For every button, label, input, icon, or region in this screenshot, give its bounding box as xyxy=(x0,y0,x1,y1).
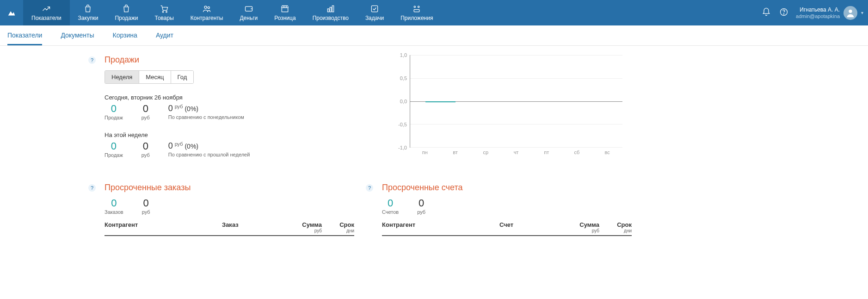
nav-tasks[interactable]: Задачи xyxy=(357,0,392,25)
compare-value: 0 xyxy=(168,141,173,150)
x-tick: пт xyxy=(531,150,562,157)
stat-label: руб xyxy=(142,115,150,120)
invoices-count: 0 Счетов xyxy=(382,198,399,215)
nav-apps[interactable]: Приложения xyxy=(392,0,441,25)
nav-label: Приложения xyxy=(400,15,433,21)
today-count: 0 Продаж xyxy=(105,104,123,120)
col-sum: Сумма руб xyxy=(289,221,322,233)
user-name: Игнатьева А. А. xyxy=(796,6,840,13)
nav-purchases[interactable]: Закупки xyxy=(70,0,107,25)
period-year[interactable]: Год xyxy=(171,71,194,83)
nav-production[interactable]: Производство xyxy=(304,0,357,25)
x-tick: вт xyxy=(440,150,471,157)
svg-rect-5 xyxy=(327,9,329,12)
chevron-down-icon: ▾ xyxy=(861,10,863,15)
svg-point-13 xyxy=(783,14,784,14)
bag-icon xyxy=(122,4,131,13)
nav-counterparties[interactable]: Контрагенты xyxy=(182,0,232,25)
help-badge[interactable]: ? xyxy=(88,56,96,64)
stat-value: 0 xyxy=(142,198,150,208)
notifications-button[interactable] xyxy=(761,7,772,19)
top-navigation: Показатели Закупки Продажи Товары Контра… xyxy=(0,0,868,25)
nav-goods[interactable]: Товары xyxy=(147,0,182,25)
nav-label: Товары xyxy=(155,15,174,21)
nav-money[interactable]: Деньги xyxy=(231,0,266,25)
svg-point-3 xyxy=(208,6,209,8)
stat-label: Заказов xyxy=(105,209,123,215)
week-sum: 0 руб xyxy=(142,141,150,158)
svg-point-0 xyxy=(162,11,164,12)
help-button[interactable] xyxy=(778,7,789,19)
overdue-invoices-title: Просроченные счета xyxy=(382,183,632,193)
stat-label: руб xyxy=(142,152,150,158)
x-tick: пн xyxy=(410,150,440,157)
svg-point-9 xyxy=(414,6,415,7)
svg-point-10 xyxy=(418,6,419,7)
compare-sub: По сравнению с понедельником xyxy=(168,114,244,120)
week-compare: 0 руб (0%) По сравнению с прошлой неделе… xyxy=(168,141,250,157)
logo-icon[interactable] xyxy=(0,0,23,25)
compare-pct: (0%) xyxy=(185,105,198,112)
orders-sum: 0 руб xyxy=(142,198,150,215)
orders-count: 0 Заказов xyxy=(105,198,123,215)
compare-currency: руб xyxy=(175,141,183,147)
nav-retail[interactable]: Розница xyxy=(266,0,304,25)
svg-rect-8 xyxy=(371,6,377,12)
tab-audit[interactable]: Аудит xyxy=(156,26,173,45)
bell-icon xyxy=(762,7,771,18)
wallet-icon xyxy=(244,4,253,13)
apps-icon xyxy=(412,4,421,13)
nav-label: Закупки xyxy=(78,15,98,21)
nav-label: Задачи xyxy=(365,15,384,21)
cart-icon xyxy=(160,4,169,13)
svg-point-2 xyxy=(204,6,207,8)
period-month[interactable]: Месяц xyxy=(139,71,171,83)
invoices-table-header: Контрагент Счет Сумма руб Срок дни xyxy=(382,221,632,236)
nav-right: Игнатьева А. А. admin@apotapkina ▾ xyxy=(761,0,868,25)
user-text: Игнатьева А. А. admin@apotapkina xyxy=(796,6,840,19)
stat-label: руб xyxy=(417,209,425,215)
tab-indicators[interactable]: Показатели xyxy=(7,26,42,45)
compare-sub: По сравнению с прошлой неделей xyxy=(168,152,250,157)
compare-currency: руб xyxy=(175,104,183,109)
col-invoice: Счет xyxy=(499,221,567,233)
y-tick: 0,0 xyxy=(400,99,407,104)
users-icon xyxy=(202,4,211,13)
nav-label: Показатели xyxy=(31,15,62,21)
svg-rect-6 xyxy=(330,7,331,12)
help-badge[interactable]: ? xyxy=(366,184,373,192)
content: ? Продажи Неделя Месяц Год Сегодня, втор… xyxy=(0,46,868,178)
overdue-orders-title: Просроченные заказы xyxy=(105,183,354,193)
help-badge[interactable]: ? xyxy=(88,184,96,192)
bottom-row: ? Просроченные заказы 0 Заказов 0 руб Ко… xyxy=(97,183,868,236)
period-week[interactable]: Неделя xyxy=(105,71,139,83)
compare-value: 0 xyxy=(168,104,173,113)
tab-documents[interactable]: Документы xyxy=(61,26,94,45)
today-heading: Сегодня, вторник 26 ноября xyxy=(105,94,363,101)
svg-point-14 xyxy=(849,9,852,12)
stat-value: 0 xyxy=(142,104,150,114)
y-tick: 1,0 xyxy=(400,52,407,58)
store-icon xyxy=(280,4,289,13)
stat-label: Продаж xyxy=(105,152,123,158)
overdue-orders-panel: ? Просроченные заказы 0 Заказов 0 руб Ко… xyxy=(105,183,354,236)
y-tick: 0,5 xyxy=(400,75,407,81)
col-order: Заказ xyxy=(222,221,289,233)
sales-panel: ? Продажи Неделя Месяц Год Сегодня, втор… xyxy=(105,55,363,169)
sales-chart: -1,0-0,50,00,51,0 пнвтсрчтптсбвс xyxy=(391,55,632,169)
col-term: Срок дни xyxy=(604,221,632,233)
tab-trash[interactable]: Корзина xyxy=(113,26,137,45)
sales-title: Продажи xyxy=(105,55,363,65)
user-menu[interactable]: Игнатьева А. А. admin@apotapkina ▾ xyxy=(796,6,863,20)
overdue-invoices-panel: ? Просроченные счета 0 Счетов 0 руб Конт… xyxy=(382,183,632,236)
today-sum: 0 руб xyxy=(142,104,150,120)
col-term: Срок дни xyxy=(326,221,354,233)
check-square-icon xyxy=(370,4,379,13)
nav-indicators[interactable]: Показатели xyxy=(23,0,70,25)
stat-value: 0 xyxy=(105,104,123,114)
period-toggle: Неделя Месяц Год xyxy=(105,70,194,84)
nav-sales[interactable]: Продажи xyxy=(106,0,146,25)
x-tick: чт xyxy=(501,150,531,157)
week-stats: 0 Продаж 0 руб 0 руб (0%) По сравнению с… xyxy=(105,141,363,158)
svg-point-1 xyxy=(166,11,167,12)
